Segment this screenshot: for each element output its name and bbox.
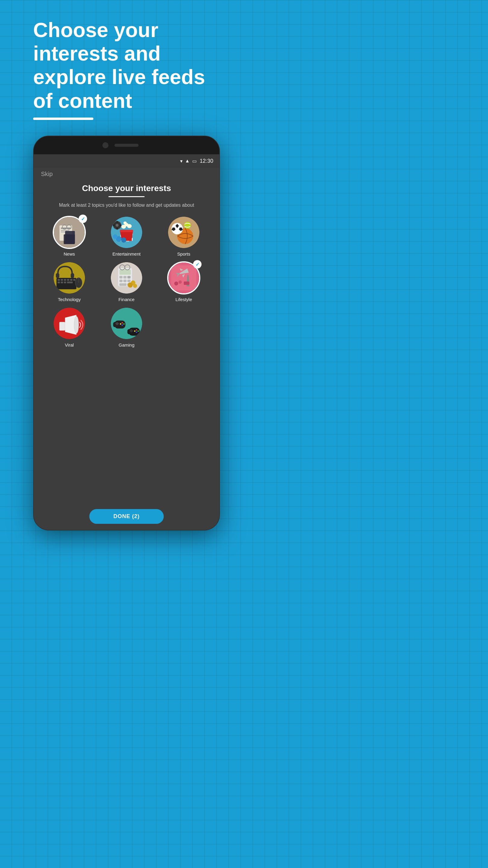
svg-point-84 (74, 316, 78, 334)
svg-rect-45 (64, 282, 66, 284)
phone-camera (102, 142, 108, 148)
interest-circle-inner-entertainment (110, 216, 143, 249)
interest-item-lifestyle[interactable]: Lifestyle (157, 261, 211, 302)
svg-point-100 (136, 330, 137, 331)
interest-item-viral[interactable]: Viral (42, 307, 96, 347)
interest-circle-inner-finance (110, 261, 143, 294)
svg-point-22 (116, 228, 118, 230)
status-bar: ▾ ▲ ▭ 12:30 (34, 154, 219, 167)
status-icons: ▾ ▲ ▭ (180, 158, 197, 164)
status-time: 12:30 (200, 158, 213, 164)
interest-circle-inner-gaming (110, 307, 143, 340)
wifi-icon: ▾ (180, 158, 183, 164)
viral-svg (54, 308, 85, 339)
interest-item-sports[interactable]: Sports (157, 216, 211, 256)
svg-rect-58 (124, 280, 127, 282)
entertainment-label: Entertainment (112, 251, 140, 256)
sports-label: Sports (177, 251, 190, 256)
viral-label: Viral (65, 342, 74, 347)
svg-point-23 (113, 224, 115, 226)
finance-image (111, 262, 142, 293)
svg-point-92 (123, 323, 125, 325)
svg-point-18 (124, 221, 127, 224)
svg-rect-41 (70, 279, 73, 281)
interests-grid: News (41, 216, 212, 347)
interest-circle-news (53, 216, 86, 249)
skip-button[interactable]: Skip (41, 170, 212, 178)
svg-point-24 (120, 224, 121, 226)
interest-item-gaming[interactable]: Gaming (99, 307, 154, 347)
svg-point-79 (178, 281, 182, 284)
finance-svg (111, 262, 142, 293)
svg-rect-53 (119, 270, 131, 275)
svg-rect-50 (71, 273, 74, 278)
svg-point-20 (116, 224, 119, 227)
svg-point-17 (127, 224, 132, 228)
phone-screen: ▾ ▲ ▭ 12:30 Skip Choose your interests M… (34, 154, 219, 530)
svg-point-67 (133, 284, 137, 288)
lifestyle-checkmark (193, 260, 201, 269)
svg-rect-43 (58, 282, 60, 284)
svg-point-91 (121, 322, 123, 324)
entertainment-svg (111, 217, 142, 248)
interest-circle-inner-sports (167, 216, 200, 249)
signal-icon: ▲ (185, 158, 190, 164)
svg-rect-39 (64, 279, 66, 281)
phone-top-bar (34, 136, 219, 154)
interest-circle-lifestyle (167, 261, 200, 294)
gaming-svg (111, 308, 142, 339)
interest-circle-finance (110, 261, 143, 294)
sports-svg (168, 217, 199, 248)
svg-rect-38 (61, 279, 63, 281)
interest-item-entertainment[interactable]: Entertainment (99, 216, 154, 256)
sports-image (168, 217, 199, 248)
phone-speaker (115, 144, 138, 147)
gaming-label: Gaming (119, 342, 135, 347)
svg-rect-54 (119, 276, 122, 279)
interest-item-technology[interactable]: Technology (42, 261, 96, 302)
svg-rect-87 (113, 322, 117, 327)
interest-circle-sports (167, 216, 200, 249)
interest-item-news[interactable]: News (42, 216, 96, 256)
technology-label: Technology (58, 297, 81, 302)
svg-rect-80 (184, 281, 190, 285)
lifestyle-label: Lifestyle (175, 297, 192, 302)
svg-rect-55 (124, 276, 127, 279)
technology-svg (54, 262, 85, 293)
header-title: Choose your interests and explore live f… (33, 18, 220, 113)
svg-rect-57 (119, 280, 122, 282)
svg-point-78 (174, 281, 178, 285)
done-button[interactable]: DONE (2) (89, 509, 164, 524)
svg-rect-96 (127, 329, 131, 334)
viral-image (54, 308, 85, 339)
svg-rect-90 (116, 322, 118, 325)
svg-point-93 (121, 324, 123, 326)
interest-circle-entertainment (110, 216, 143, 249)
phone-frame: ▾ ▲ ▭ 12:30 Skip Choose your interests M… (33, 135, 220, 530)
svg-point-27 (113, 235, 118, 239)
interest-item-finance[interactable]: Finance (99, 261, 154, 302)
svg-rect-49 (56, 273, 59, 278)
svg-rect-59 (127, 280, 130, 282)
svg-rect-42 (73, 279, 75, 281)
svg-point-21 (116, 221, 118, 223)
technology-image (54, 262, 85, 293)
interest-circle-inner-technology (53, 261, 86, 294)
interest-circle-inner-viral (53, 307, 86, 340)
svg-point-66 (128, 283, 133, 288)
title-underline (108, 196, 144, 197)
screen-subtitle: Mark at least 2 topics you'd like to fol… (41, 202, 212, 209)
interest-circle-technology (53, 261, 86, 294)
svg-rect-6 (65, 231, 75, 244)
finance-label: Finance (119, 297, 134, 302)
svg-rect-44 (61, 282, 63, 284)
gaming-image (111, 308, 142, 339)
svg-rect-99 (130, 330, 132, 332)
battery-icon: ▭ (192, 158, 197, 164)
news-label: News (64, 251, 75, 256)
svg-rect-60 (119, 283, 127, 286)
svg-rect-82 (59, 322, 65, 331)
svg-point-94 (120, 323, 121, 325)
svg-rect-37 (58, 279, 60, 281)
svg-rect-14 (120, 230, 133, 232)
